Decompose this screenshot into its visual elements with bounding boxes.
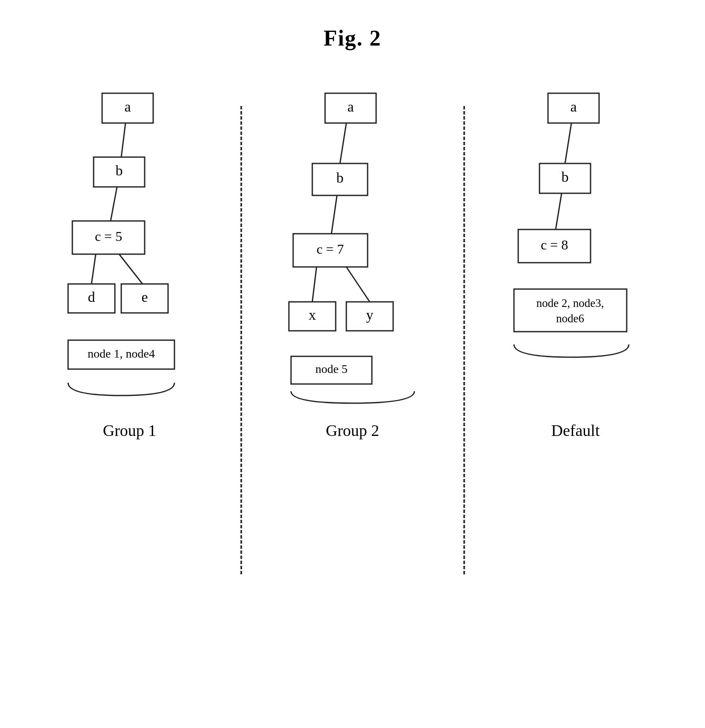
svg-text:c = 7: c = 7 [316,241,343,257]
diagram-area: a b c = 5 d e [0,85,705,681]
page: Fig. 2 a b c = 5 [0,0,705,728]
group2-label-area: Group 2 [255,417,451,440]
svg-text:d: d [88,289,95,305]
svg-text:node 1, node4: node 1, node4 [88,347,155,360]
group1-label-area: Group 1 [32,417,228,440]
svg-line-25 [346,267,370,302]
group1-panel: a b c = 5 d e [19,85,240,440]
group1-tree: a b c = 5 d e [64,85,196,404]
svg-text:x: x [308,307,316,323]
group2-panel: a b c = 7 x y [242,85,463,440]
default-tree: a b c = 8 node 2, node3, node6 [510,85,642,404]
svg-text:node6: node6 [556,312,584,325]
svg-text:a: a [124,99,131,115]
svg-text:node 2, node3,: node 2, node3, [536,297,604,310]
svg-line-5 [111,187,117,221]
svg-text:e: e [141,289,148,305]
svg-line-21 [331,195,337,234]
default-label: Default [551,421,600,440]
group1-label: Group 1 [103,421,157,440]
svg-text:b: b [115,163,123,178]
svg-line-18 [340,123,346,163]
svg-text:b: b [561,169,568,185]
default-panel: a b c = 8 node 2, node3, node6 Default [465,85,686,440]
svg-text:c = 5: c = 5 [94,229,122,244]
svg-line-24 [312,267,317,302]
svg-text:c = 8: c = 8 [540,237,568,252]
svg-line-9 [119,254,143,284]
svg-text:b: b [336,170,343,186]
svg-line-8 [91,254,96,284]
default-label-area: Default [478,417,674,440]
svg-text:a: a [347,99,354,115]
svg-line-2 [121,123,126,157]
svg-text:a: a [570,99,577,115]
svg-line-34 [565,123,571,163]
group2-label: Group 2 [326,421,380,440]
svg-text:y: y [366,307,373,323]
group2-tree: a b c = 7 x y [287,85,419,404]
svg-line-37 [556,193,562,229]
svg-text:node 5: node 5 [315,362,347,375]
figure-title: Fig. 2 [0,0,705,51]
svg-rect-40 [514,289,627,332]
